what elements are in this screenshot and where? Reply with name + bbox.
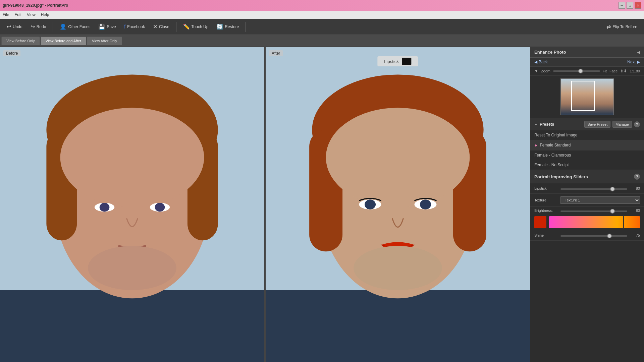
svg-point-22 (420, 199, 431, 209)
restore-icon: 🔄 (216, 23, 223, 30)
right-panel: Enhance Photo ◀ ◀ Back Next ▶ ▼ Zoom Fit… (530, 47, 644, 362)
other-faces-label: Other Faces (68, 24, 90, 29)
tab-view-before-only[interactable]: View Before Only (1, 37, 40, 45)
lipstick-slider[interactable] (560, 188, 627, 190)
presets-title: Presets (540, 122, 554, 127)
preset-dot-icon: ● (534, 142, 537, 148)
thumbnail-container[interactable] (560, 78, 614, 115)
close-button[interactable]: ✕ Close (150, 22, 172, 31)
menu-file[interactable]: File (3, 12, 9, 17)
lipstick-overlay-label: Lipstick (377, 56, 418, 66)
separator-3 (246, 22, 246, 32)
svg-rect-1 (0, 290, 264, 362)
close-icon: ✕ (153, 23, 157, 30)
close-window-button[interactable]: ✕ (635, 2, 641, 9)
close-label: Close (159, 24, 169, 29)
window-controls: ─ □ ✕ (619, 2, 641, 9)
after-label: After (269, 50, 283, 56)
after-image (266, 47, 530, 362)
zoom-fit-label[interactable]: Fit (603, 69, 607, 73)
presets-help-button[interactable]: ? (634, 121, 640, 127)
shine-slider-label: Shine (534, 233, 558, 237)
sliders-section: Portrait Improving Sliders ? Lipstick 80… (530, 170, 644, 241)
sliders-help-button[interactable]: ? (634, 174, 640, 180)
redo-label: Redo (37, 24, 46, 29)
presets-actions: Save Preset Manage ? (584, 121, 640, 128)
facebook-icon: f (124, 24, 125, 30)
preset-reset-label: Reset To Original Image (534, 133, 578, 137)
preset-item-female-no-sculpt[interactable]: Female - No Sculpt (530, 160, 644, 170)
touch-up-button[interactable]: ✏️ Touch Up (180, 22, 211, 31)
color-swatch[interactable] (534, 216, 546, 228)
minimize-button[interactable]: ─ (619, 2, 625, 9)
svg-point-6 (60, 108, 204, 207)
save-label: Save (107, 24, 116, 29)
texture-select[interactable]: Texture 1 Texture 2 Texture 3 (560, 196, 640, 204)
thumbnail-selection (571, 81, 595, 111)
main-content: Before (0, 47, 644, 362)
facebook-button[interactable]: f Facebook (121, 22, 148, 31)
touch-up-icon: ✏️ (183, 23, 190, 30)
tab-view-before-and-after[interactable]: View Before and After (41, 37, 86, 45)
zoom-label: Zoom (541, 69, 550, 73)
other-faces-button[interactable]: 👤 Other Faces (57, 22, 93, 31)
maximize-button[interactable]: □ (627, 2, 633, 9)
save-preset-button[interactable]: Save Preset (584, 121, 610, 128)
next-arrow-icon: ▶ (637, 60, 640, 64)
texture-row: Texture Texture 1 Texture 2 Texture 3 (530, 194, 644, 207)
tab-before-only-label: View Before Only (6, 39, 35, 43)
lipstick-color-swatch[interactable] (402, 58, 412, 65)
menu-view[interactable]: View (27, 12, 36, 17)
undo-button[interactable]: ↩ Undo (4, 22, 25, 31)
back-label: Back (539, 60, 548, 64)
svg-rect-13 (266, 290, 530, 362)
undo-icon: ↩ (7, 23, 11, 30)
preset-item-female-glamorous[interactable]: Female - Glamorous (530, 150, 644, 160)
enhance-collapse-icon[interactable]: ◀ (637, 50, 640, 55)
enhance-photo-header: Enhance Photo ◀ (530, 47, 644, 58)
menu-edit[interactable]: Edit (14, 12, 21, 17)
preset-item-female-standard[interactable]: ● Female Standard (530, 140, 644, 150)
separator-2 (176, 22, 176, 32)
lipstick-value: 80 (630, 186, 640, 190)
zoom-slider[interactable] (553, 70, 600, 72)
color-bar-row (530, 214, 644, 230)
back-button[interactable]: ◀ Back (534, 60, 548, 64)
other-faces-icon: 👤 (60, 23, 66, 30)
lipstick-slider-label: Lipstick (534, 186, 558, 190)
gradient-cursor (623, 216, 624, 229)
title-bar: girl-919048_1920.jpg* - PortraitPro ─ □ … (0, 0, 644, 11)
menu-help[interactable]: Help (41, 12, 49, 17)
save-button[interactable]: 💾 Save (96, 22, 118, 31)
facebook-label: Facebook (127, 24, 145, 29)
presets-header: ▼ Presets Save Preset Manage ? (530, 118, 644, 130)
lipstick-slider-track (560, 186, 627, 191)
nav-row: ◀ Back Next ▶ (530, 58, 644, 67)
shine-slider[interactable] (560, 235, 627, 237)
manage-button[interactable]: Manage (612, 121, 632, 128)
preset-female-no-sculpt-label: Female - No Sculpt (534, 163, 569, 167)
presets-collapse-icon[interactable]: ▼ (534, 123, 538, 126)
tab-view-after-only[interactable]: View After Only (87, 37, 122, 45)
svg-point-18 (326, 108, 470, 207)
after-face-svg (266, 47, 530, 362)
preset-item-reset[interactable]: Reset To Original Image (530, 130, 644, 140)
undo-label: Undo (13, 24, 22, 29)
redo-button[interactable]: ↪ Redo (28, 22, 49, 31)
window-title: girl-919048_1920.jpg* - PortraitPro (3, 3, 68, 8)
flip-to-before-button[interactable]: ⇄ Flip To Before (604, 22, 640, 31)
save-icon: 💾 (98, 23, 105, 30)
svg-point-21 (365, 199, 376, 209)
shine-slider-track (560, 233, 627, 238)
preset-female-standard-label: Female Standard (540, 143, 571, 147)
brightness-slider-track (560, 208, 627, 213)
restore-button[interactable]: 🔄 Restore (214, 22, 241, 31)
next-button[interactable]: Next ▶ (627, 60, 640, 64)
zoom-stepper-icon: ⬆⬇ (620, 69, 627, 73)
next-label: Next (627, 60, 636, 64)
zoom-face-label[interactable]: Face (609, 69, 618, 73)
before-panel: Before (0, 47, 264, 362)
color-gradient-bar[interactable] (549, 216, 640, 228)
restore-label: Restore (225, 24, 239, 29)
brightness-slider[interactable] (560, 210, 627, 212)
